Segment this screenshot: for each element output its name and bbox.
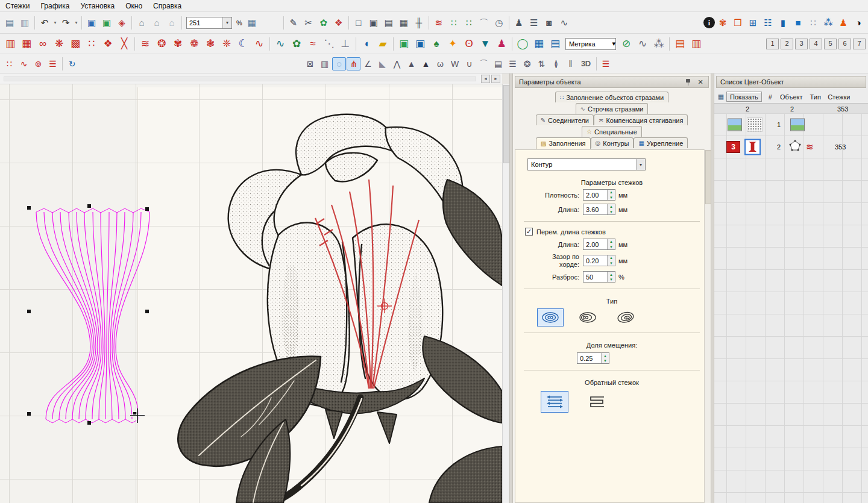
tshirt-icon[interactable]: ▼ bbox=[477, 36, 493, 52]
undo-dropdown-icon[interactable]: ▾ bbox=[52, 16, 58, 30]
curve-gray-icon[interactable]: ∿ bbox=[635, 36, 650, 52]
stitch-preview-icon[interactable] bbox=[747, 117, 763, 132]
chord-gap-value[interactable]: 0.20 bbox=[583, 255, 607, 266]
spin-up-icon[interactable]: ▲ bbox=[608, 204, 615, 210]
density-spinner[interactable]: 2.00 ▲▼ bbox=[583, 189, 615, 201]
fish-icon[interactable]: ◖ bbox=[359, 36, 374, 52]
hoop-2-icon[interactable]: ⌂ bbox=[149, 16, 164, 30]
scroll-track[interactable] bbox=[4, 77, 476, 81]
arch-icon[interactable]: ⌒ bbox=[477, 57, 491, 70]
offset-value[interactable]: 0.25 bbox=[577, 353, 601, 363]
spin-up-icon[interactable]: ▲ bbox=[608, 239, 615, 245]
backstitch-arrows-button[interactable] bbox=[541, 391, 568, 413]
canvas-vertical-scrollbar[interactable] bbox=[502, 84, 509, 503]
pattern-vbars-icon[interactable]: ▥ bbox=[2, 36, 18, 52]
motif-ornament-1-icon[interactable]: ✾ bbox=[170, 36, 186, 52]
image-green-icon[interactable]: ▣ bbox=[396, 36, 412, 52]
contour-type-eccentric-button[interactable] bbox=[574, 308, 601, 326]
selection-handles[interactable] bbox=[27, 204, 149, 425]
close-icon[interactable]: ✕ bbox=[696, 78, 705, 86]
spool-blue-icon[interactable]: ▮ bbox=[776, 16, 790, 30]
motif-ornament-4-icon[interactable]: ❈ bbox=[219, 36, 234, 52]
units-dropdown[interactable]: Метрика ▾ bbox=[565, 38, 616, 50]
grid-fill-icon[interactable]: ▤ bbox=[491, 57, 505, 70]
fill-contour-icon[interactable]: ◌ bbox=[332, 57, 346, 70]
camera-icon[interactable]: ◙ bbox=[542, 16, 556, 30]
list-blue-icon[interactable]: ☷ bbox=[761, 16, 775, 30]
menu-window[interactable]: Окно bbox=[120, 0, 148, 11]
design-blue-icon[interactable]: ▣ bbox=[84, 16, 99, 30]
column-object[interactable]: Объект bbox=[776, 93, 807, 101]
spin-down-icon[interactable]: ▼ bbox=[608, 195, 615, 201]
spin-down-icon[interactable]: ▼ bbox=[608, 245, 615, 250]
red-lines-icon[interactable]: ☰ bbox=[599, 57, 613, 70]
scroll-left-icon[interactable]: ◄ bbox=[481, 75, 490, 83]
show-button[interactable]: Показать bbox=[726, 92, 762, 102]
dot-grid-icon[interactable]: ∷ bbox=[806, 16, 820, 30]
tab-fills[interactable]: ▨ Заполнения bbox=[536, 137, 591, 149]
undo-icon[interactable]: ↶ bbox=[37, 16, 52, 30]
params-scrollbar[interactable] bbox=[704, 149, 711, 503]
select-frame-icon[interactable]: □ bbox=[351, 16, 366, 30]
page-2-icon[interactable]: 2 bbox=[781, 39, 793, 49]
zoom-dropdown-icon[interactable]: ▾ bbox=[222, 17, 231, 28]
small-bars-icon[interactable]: ☰ bbox=[46, 57, 60, 70]
stitch-red-icon[interactable]: ≈ bbox=[305, 36, 321, 52]
sliders-icon[interactable]: ☰ bbox=[527, 16, 541, 30]
wave-double-icon[interactable]: ω bbox=[433, 57, 447, 70]
pattern-grid-icon[interactable]: ▦ bbox=[19, 36, 34, 52]
spin-down-icon[interactable]: ▼ bbox=[608, 261, 615, 266]
hoop-1-icon[interactable]: ⌂ bbox=[134, 16, 149, 30]
curve-graph-icon[interactable]: ∿ bbox=[557, 16, 571, 30]
fill-type-dropdown-icon[interactable]: ▾ bbox=[636, 159, 645, 170]
small-wave-icon[interactable]: ∿ bbox=[17, 57, 31, 70]
leaf-tool-icon[interactable]: ✿ bbox=[316, 16, 331, 30]
select-scale-icon[interactable]: ▤ bbox=[382, 16, 396, 30]
stitch-type-icon[interactable]: ≋ bbox=[806, 142, 814, 152]
info-icon[interactable]: i bbox=[703, 17, 715, 28]
person-orange-icon[interactable]: ♟ bbox=[836, 16, 851, 30]
variable-length-checkbox[interactable]: ✓ bbox=[525, 228, 533, 236]
moon-icon[interactable]: ☾ bbox=[235, 36, 251, 52]
person-pink-icon[interactable]: ♟ bbox=[494, 36, 509, 52]
page-1-icon[interactable]: 1 bbox=[766, 39, 779, 49]
three-d-icon[interactable]: 3D bbox=[578, 57, 594, 70]
image-blue-icon[interactable]: ▣ bbox=[412, 36, 428, 52]
flower-icon[interactable]: ✾ bbox=[715, 16, 730, 30]
globe-green-icon[interactable]: ⊘ bbox=[618, 36, 634, 52]
length-value[interactable]: 3.60 bbox=[583, 204, 607, 214]
swirl-teal-icon[interactable]: ∿ bbox=[272, 36, 288, 52]
beads-line-icon[interactable]: ∷ bbox=[447, 16, 461, 30]
object-row-1[interactable]: 1 bbox=[714, 113, 868, 136]
fill-vlines-icon[interactable]: ▥ bbox=[318, 57, 332, 70]
chord-gap-spinner[interactable]: 0.20 ▲▼ bbox=[583, 255, 615, 266]
oval-green-icon[interactable]: ◯ bbox=[515, 36, 530, 52]
page-7-icon[interactable]: 7 bbox=[853, 39, 866, 49]
motif-stitch-icon[interactable]: ∿ bbox=[251, 36, 267, 52]
zoom-presets-icon[interactable]: ▦ bbox=[245, 16, 259, 30]
doc-edit-icon[interactable]: ▤ bbox=[672, 36, 688, 52]
spin-up-icon[interactable]: ▲ bbox=[608, 255, 615, 261]
tab-underlay[interactable]: ▦ Укрепление bbox=[634, 137, 688, 148]
wave-w-icon[interactable]: W bbox=[448, 57, 462, 70]
column-type[interactable]: Тип bbox=[807, 93, 825, 101]
grid-blue-icon[interactable]: ⊞ bbox=[746, 16, 760, 30]
columns-icon[interactable]: ‖ bbox=[564, 57, 577, 70]
fill-zigzag-icon[interactable]: ∠ bbox=[361, 57, 375, 70]
varlen-length-spinner[interactable]: 2.00 ▲▼ bbox=[583, 239, 615, 250]
time-icon[interactable]: ◷ bbox=[492, 16, 506, 30]
spin-up-icon[interactable]: ▲ bbox=[602, 353, 609, 358]
redo-dropdown-icon[interactable]: ▾ bbox=[74, 16, 79, 30]
spin-down-icon[interactable]: ▼ bbox=[602, 358, 609, 364]
spin-up-icon[interactable]: ▲ bbox=[608, 190, 615, 195]
varlen-length-value[interactable]: 2.00 bbox=[583, 239, 607, 249]
spin-down-icon[interactable]: ▼ bbox=[608, 277, 615, 283]
copy-page-icon[interactable]: ▤ bbox=[2, 16, 17, 30]
node-shape-icon[interactable] bbox=[789, 140, 801, 154]
design-red-icon[interactable]: ◈ bbox=[115, 16, 129, 30]
branch-icon[interactable]: ⁂ bbox=[651, 36, 667, 52]
color-badge[interactable]: 3 bbox=[726, 141, 740, 153]
design-green-icon[interactable]: ▣ bbox=[99, 16, 114, 30]
fill-fan-icon[interactable]: ⋔ bbox=[347, 57, 360, 70]
redo-icon[interactable]: ↷ bbox=[58, 16, 73, 30]
